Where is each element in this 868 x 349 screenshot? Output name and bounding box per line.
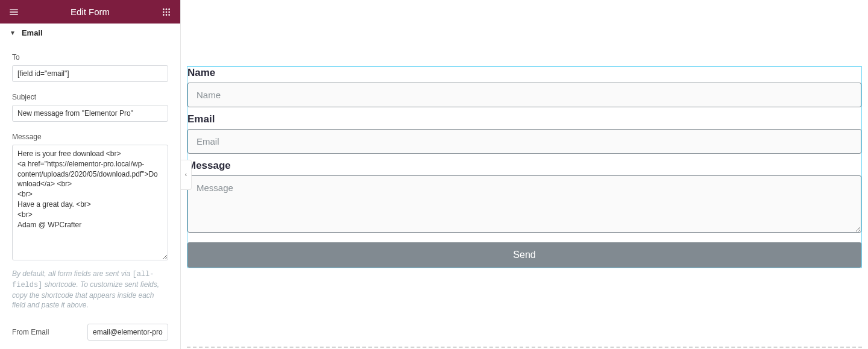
svg-point-2	[168, 8, 170, 10]
caret-down-icon: ▼	[10, 30, 16, 36]
field-group-to: To	[12, 53, 168, 82]
svg-point-4	[166, 11, 168, 13]
form-input-email[interactable]	[187, 129, 861, 154]
submit-button[interactable]: Send	[187, 242, 861, 268]
form-textarea-message[interactable]	[187, 175, 861, 233]
label-message: Message	[12, 133, 168, 141]
textarea-message[interactable]	[12, 145, 168, 260]
menu-icon[interactable]	[8, 7, 19, 17]
section-title: Email	[22, 28, 43, 37]
svg-point-3	[163, 11, 165, 13]
section-toggle-email[interactable]: ▼ Email	[0, 24, 180, 42]
field-group-subject: Subject	[12, 93, 168, 122]
editor-sidebar: Edit Form ▼ Email To Subject Message By …	[0, 0, 181, 349]
collapse-sidebar-button[interactable]: ‹	[181, 160, 192, 190]
form-label-name: Name	[187, 67, 861, 83]
field-group-from-email: From Email	[12, 324, 168, 341]
form-label-email: Email	[187, 113, 861, 129]
svg-point-1	[166, 8, 168, 10]
input-subject[interactable]	[12, 105, 168, 122]
panel-title: Edit Form	[19, 7, 161, 17]
field-group-message: Message	[12, 133, 168, 263]
sidebar-header: Edit Form	[0, 0, 180, 24]
svg-point-0	[163, 8, 165, 10]
form-row-email: Email	[187, 113, 861, 154]
svg-point-7	[166, 14, 168, 16]
svg-point-6	[163, 14, 165, 16]
section-body: To Subject Message By default, all form …	[0, 42, 180, 349]
label-subject: Subject	[12, 93, 168, 101]
label-to: To	[12, 53, 168, 61]
input-to[interactable]	[12, 65, 168, 82]
svg-point-8	[168, 14, 170, 16]
svg-point-5	[168, 11, 170, 13]
form-row-message: Message	[187, 160, 861, 235]
form-widget[interactable]: Name Email Message Send	[187, 66, 862, 268]
help-text: By default, all form fields are sent via…	[12, 269, 168, 310]
section-divider	[187, 347, 862, 348]
form-label-message: Message	[187, 160, 861, 175]
form-input-name[interactable]	[187, 83, 861, 107]
apps-icon[interactable]	[161, 7, 172, 17]
preview-canvas: Name Email Message Send	[181, 0, 868, 349]
input-from-email[interactable]	[87, 324, 168, 341]
label-from-email: From Email	[12, 328, 87, 336]
chevron-left-icon: ‹	[185, 171, 187, 178]
form-row-name: Name	[187, 67, 861, 107]
